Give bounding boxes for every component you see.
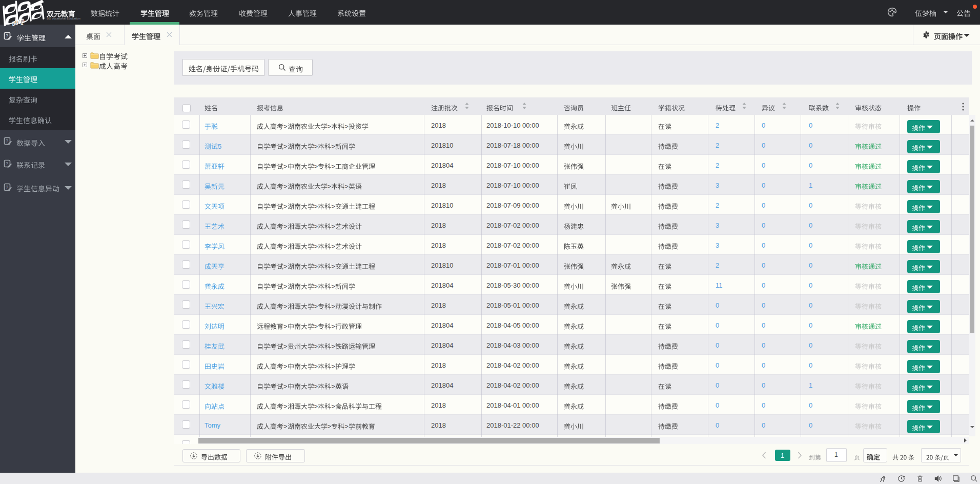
svg-text:?: ? (6, 138, 8, 144)
svg-text:?: ? (6, 185, 8, 190)
svg-text:?: ? (6, 33, 8, 38)
svg-text:?: ? (6, 161, 8, 166)
